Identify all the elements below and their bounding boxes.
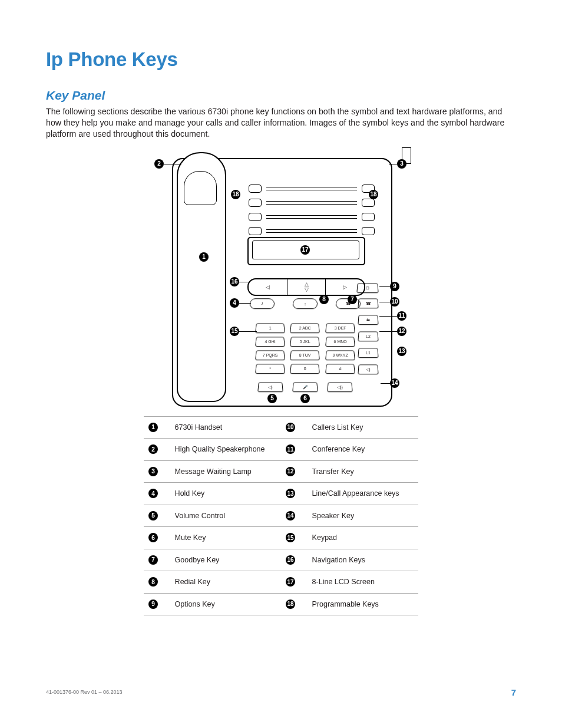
legend-label: Callers List Key — [312, 423, 418, 431]
legend-number-cell: 12 — [281, 467, 312, 476]
legend-number-cell: 10 — [281, 423, 312, 432]
keypad-key: # — [325, 364, 355, 374]
callout-2: 2 — [154, 159, 164, 169]
callout-11: 11 — [397, 311, 406, 321]
keypad-key: 0 — [290, 364, 320, 374]
legend-label: Navigation Keys — [312, 556, 418, 564]
legend-marker: 10 — [286, 423, 295, 432]
phone-diagram: ◁ △▽ ▷ ⤸ ↕ ☎ 12 ABC3 DEF4 GHI5 JKL6 MNO7… — [154, 151, 408, 404]
keypad-key: 7 PQRS — [255, 350, 285, 360]
legend-row: 7Goodbye Key16Navigation Keys — [144, 549, 418, 572]
legend-label: 8-Line LCD Screen — [312, 578, 418, 586]
legend-label: Volume Control — [175, 512, 281, 520]
redial-key: ↕ — [292, 298, 318, 309]
document-page: Ip Phone Keys Key Panel The following se… — [0, 0, 562, 728]
callout-17: 17 — [300, 245, 310, 255]
legend-marker: 8 — [148, 577, 158, 587]
legend-label: Goodbye Key — [175, 556, 281, 564]
legend-number-cell: 1 — [144, 423, 175, 432]
callout-5: 5 — [267, 394, 277, 403]
callout-12: 12 — [397, 327, 406, 336]
legend-label: Keypad — [312, 533, 418, 542]
legend-number-cell: 3 — [144, 467, 175, 476]
legend-number-cell: 16 — [281, 555, 312, 565]
footer-page-number: 7 — [511, 687, 516, 697]
legend-number-cell: 11 — [281, 444, 312, 454]
keypad-key: 1 — [255, 323, 285, 333]
legend-number-cell: 17 — [281, 577, 312, 587]
legend-marker: 4 — [148, 489, 158, 498]
side-key: ☎ — [358, 298, 378, 308]
side-key: L2 — [358, 331, 378, 341]
volume-down-key: ◁) — [257, 382, 283, 392]
keypad: 12 ABC3 DEF4 GHI5 JKL6 MNO7 PQRS8 TUV9 W… — [256, 323, 355, 374]
legend-marker: 16 — [286, 555, 295, 565]
callout-3: 3 — [397, 159, 406, 169]
legend-label: Redial Key — [175, 578, 281, 586]
softkey-row — [249, 197, 375, 209]
callout-4: 4 — [230, 298, 239, 308]
navigation-keys: ◁ △▽ ▷ — [247, 278, 365, 296]
handset-earpiece — [184, 171, 217, 205]
legend-label: Transfer Key — [312, 467, 418, 476]
legend-number-cell: 9 — [144, 599, 175, 609]
keypad-key: 5 JKL — [290, 337, 320, 347]
page-title: Ip Phone Keys — [46, 48, 516, 71]
softkey-row — [249, 225, 375, 237]
legend-marker: 14 — [286, 511, 295, 521]
legend-label: Speaker Key — [312, 512, 418, 520]
legend-marker: 18 — [286, 599, 295, 609]
legend-marker: 7 — [148, 555, 158, 565]
legend-row: 6Mute Key15Keypad — [144, 527, 418, 549]
keypad-key: 6 MNO — [325, 337, 355, 347]
legend-marker: 17 — [286, 577, 295, 587]
keypad-key: * — [255, 364, 285, 374]
legend-row: 2High Quality Speakerphone11Conference K… — [144, 439, 418, 461]
keypad-key: 3 DEF — [325, 323, 355, 333]
legend-label: Options Key — [175, 600, 281, 608]
legend-marker: 3 — [148, 467, 158, 476]
section-heading: Key Panel — [46, 88, 516, 103]
keypad-key: 2 ABC — [290, 323, 320, 333]
legend-marker: 2 — [148, 444, 158, 454]
callout-18a: 18 — [231, 190, 240, 199]
legend-number-cell: 2 — [144, 444, 175, 454]
callout-18b: 18 — [369, 190, 378, 199]
legend-number-cell: 5 — [144, 511, 175, 521]
legend-number-cell: 15 — [281, 533, 312, 542]
callout-14: 14 — [390, 378, 399, 388]
legend-marker: 9 — [148, 599, 158, 609]
nav-left-icon: ◁ — [249, 279, 287, 295]
callout-6: 6 — [300, 394, 310, 403]
callout-7: 7 — [348, 295, 357, 304]
softkey-row — [249, 183, 375, 195]
legend-number-cell: 8 — [144, 577, 175, 587]
mute-key: 🎤 — [292, 382, 318, 392]
legend-row: 9Options Key18Programmable Keys — [144, 594, 418, 616]
legend-label: High Quality Speakerphone — [175, 445, 281, 453]
legend-number-cell: 14 — [281, 511, 312, 521]
side-key: L1 — [358, 348, 378, 358]
keypad-key: 8 TUV — [290, 350, 320, 360]
nav-up-down-icon: △▽ — [287, 279, 326, 295]
legend-number-cell: 18 — [281, 599, 312, 609]
softkey-row — [249, 211, 375, 223]
legend-row: 5Volume Control14Speaker Key — [144, 505, 418, 528]
side-key: ◁) — [358, 364, 378, 374]
legend-marker: 5 — [148, 511, 158, 521]
legend-marker: 1 — [148, 423, 158, 432]
hold-key: ⤸ — [249, 298, 275, 309]
side-key: ⇆ — [358, 315, 378, 325]
legend-number-cell: 7 — [144, 555, 175, 565]
legend-row: 3Message Waiting Lamp12Transfer Key — [144, 461, 418, 483]
callout-16: 16 — [230, 277, 239, 286]
callout-15: 15 — [230, 327, 239, 336]
legend-marker: 11 — [286, 444, 295, 454]
callout-9: 9 — [390, 282, 399, 291]
legend-label: Conference Key — [312, 445, 418, 453]
legend-table: 16730i Handset10Callers List Key2High Qu… — [144, 416, 418, 616]
callout-13: 13 — [397, 347, 406, 356]
footer-doc-id: 41-001376-00 Rev 01 – 06.2013 — [46, 689, 123, 695]
keypad-key: 4 GHI — [255, 337, 285, 347]
legend-number-cell: 4 — [144, 489, 175, 498]
